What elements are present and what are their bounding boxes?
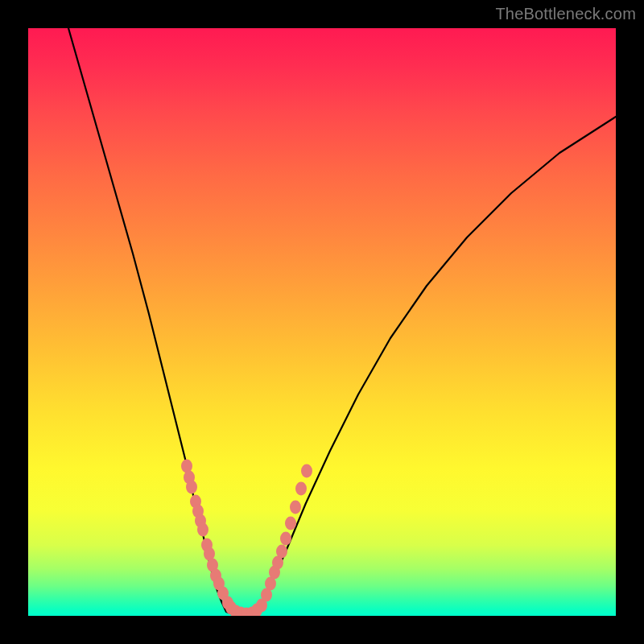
data-marker — [301, 464, 312, 478]
data-marker — [290, 501, 301, 514]
bottleneck-curve — [28, 28, 616, 616]
chart-frame: TheBottleneck.com — [0, 0, 644, 644]
watermark-label: TheBottleneck.com — [495, 5, 636, 23]
data-marker — [186, 481, 197, 494]
data-marker — [295, 482, 307, 496]
plot-area — [28, 28, 616, 616]
data-marker — [197, 523, 208, 537]
v-curve-path — [68, 28, 616, 615]
data-marker — [285, 517, 296, 530]
data-marker — [280, 532, 291, 546]
data-marker — [276, 545, 287, 559]
